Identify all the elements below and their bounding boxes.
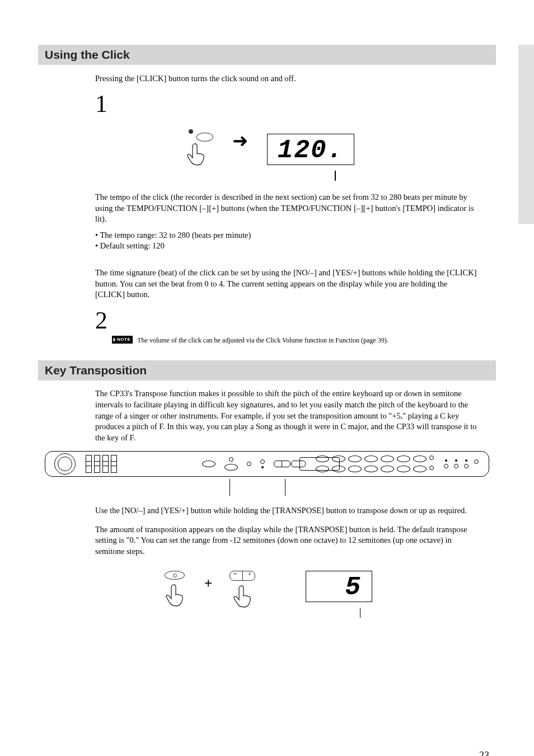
- panel-button-icon: [291, 461, 306, 467]
- tempo-default-bullet: • Default setting: 120: [95, 241, 478, 251]
- instrument-panel-illustration: [45, 451, 489, 477]
- note-badge-icon: NOTE: [112, 336, 133, 344]
- click-start-diagram: ➜ 120.: [45, 129, 489, 181]
- note-text: The volume of the click can be adjusted …: [137, 336, 388, 345]
- transpose-instr2: The amount of transposition appears on t…: [95, 524, 478, 557]
- transpose-instr1: Use the [NO/–] and [YES/+] button while …: [95, 505, 478, 516]
- hand-press-icon: [229, 583, 255, 610]
- section-heading-transpose: Key Transposition: [38, 360, 496, 381]
- transpose-display-value: 5: [316, 573, 362, 602]
- slider-group-icon: [86, 455, 117, 473]
- transpose-display: 5: [306, 571, 373, 602]
- tempo-display-value: 120.: [278, 136, 344, 165]
- transpose-intro: The CP33's Transpose function makes it p…: [95, 388, 478, 443]
- side-tab: [518, 45, 534, 224]
- section-heading-click: Using the Click: [38, 45, 496, 65]
- note-row: NOTE The volume of the click can be adju…: [112, 336, 489, 345]
- step-number-2: 2: [95, 306, 489, 335]
- step-number-1: 1: [95, 90, 489, 118]
- no-yes-button-icon: [274, 461, 291, 467]
- transpose-diagram: + 5: [45, 571, 489, 618]
- hand-hold-icon: [162, 582, 188, 609]
- no-yes-split-button-icon: [229, 571, 255, 581]
- panel-leader-lines: [45, 479, 489, 497]
- page-number: 23: [479, 750, 489, 756]
- tempo-display: 120.: [267, 134, 354, 165]
- click-button-press-icon: [180, 129, 213, 168]
- click-intro: Pressing the [CLICK] button turns the cl…: [95, 73, 478, 84]
- transpose-button-icon: [165, 571, 185, 580]
- volume-knob-icon: [54, 453, 76, 475]
- panel-dot-icon: [247, 462, 251, 466]
- timesig-paragraph: The time signature (beat) of the click c…: [95, 267, 478, 300]
- tempo-range-bullet: • The tempo range: 32 to 280 (beats per …: [95, 231, 478, 240]
- tempo-paragraph: The tempo of the click (the recorder is …: [95, 192, 478, 225]
- plus-icon: +: [204, 575, 213, 592]
- panel-oval-icon: [202, 461, 216, 467]
- arrow-right-icon: ➜: [232, 129, 248, 152]
